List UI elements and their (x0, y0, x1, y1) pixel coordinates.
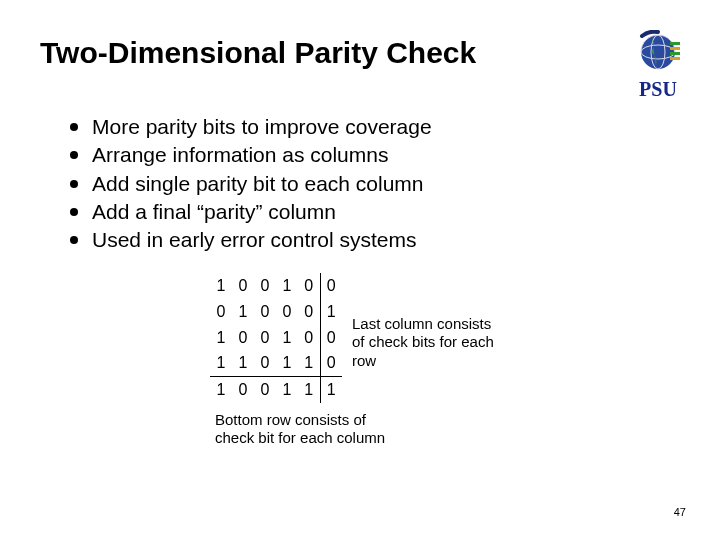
cell: 0 (320, 273, 342, 299)
matrix-area: 1 0 0 1 0 0 0 1 0 0 0 1 1 0 0 1 0 0 (210, 273, 680, 403)
cell: 1 (298, 351, 320, 377)
bullet-list: More parity bits to improve coverage Arr… (70, 113, 680, 255)
svg-rect-5 (670, 52, 680, 55)
bottom-note: Bottom row consists of check bit for eac… (215, 411, 415, 449)
psu-label: PSU (639, 78, 677, 101)
cell: 1 (276, 273, 298, 299)
cell: 0 (232, 377, 254, 403)
cell: 0 (320, 351, 342, 377)
bottom-note-line: Bottom row consists of (215, 411, 366, 428)
side-note: Last column consists of check bits for e… (352, 315, 527, 371)
list-item: Arrange information as columns (70, 141, 680, 169)
cell: 1 (298, 377, 320, 403)
cell: 0 (298, 325, 320, 351)
cell: 0 (320, 325, 342, 351)
cell: 1 (276, 325, 298, 351)
bottom-note-line: check bit for each column (215, 429, 385, 446)
cell: 0 (254, 325, 276, 351)
cell: 0 (276, 299, 298, 325)
cell: 1 (210, 377, 232, 403)
side-note-line: Last column consists (352, 315, 491, 332)
cell: 0 (298, 299, 320, 325)
list-item: Used in early error control systems (70, 226, 680, 254)
side-note-line: row (352, 352, 376, 369)
list-item: Add single parity bit to each column (70, 170, 680, 198)
cell: 1 (232, 351, 254, 377)
cell: 0 (232, 273, 254, 299)
table-row: 1 0 0 1 0 0 (210, 273, 342, 299)
cell: 1 (276, 351, 298, 377)
cell: 1 (276, 377, 298, 403)
svg-rect-4 (670, 47, 680, 50)
svg-rect-6 (670, 57, 680, 60)
cell: 0 (232, 325, 254, 351)
cell: 0 (210, 299, 232, 325)
cell: 1 (210, 273, 232, 299)
cell: 0 (254, 299, 276, 325)
cell: 0 (298, 273, 320, 299)
table-row: 0 1 0 0 0 1 (210, 299, 342, 325)
parity-matrix: 1 0 0 1 0 0 0 1 0 0 0 1 1 0 0 1 0 0 (210, 273, 342, 403)
side-note-line: of check bits for each (352, 333, 494, 350)
cell: 1 (210, 325, 232, 351)
logo-block: PSU (636, 30, 680, 101)
cell: 0 (254, 351, 276, 377)
cell: 1 (210, 351, 232, 377)
cell: 1 (232, 299, 254, 325)
table-row: 1 0 0 1 1 1 (210, 377, 342, 403)
cell: 1 (320, 377, 342, 403)
cell: 0 (254, 377, 276, 403)
list-item: More parity bits to improve coverage (70, 113, 680, 141)
cell: 1 (320, 299, 342, 325)
page-number: 47 (674, 506, 686, 518)
header: Two-Dimensional Parity Check PSU (40, 36, 680, 101)
svg-rect-3 (670, 42, 680, 45)
table-row: 1 0 0 1 0 0 (210, 325, 342, 351)
list-item: Add a final “parity” column (70, 198, 680, 226)
slide: Two-Dimensional Parity Check PSU More pa… (0, 0, 720, 468)
page-title: Two-Dimensional Parity Check (40, 36, 476, 70)
table-row: 1 1 0 1 1 0 (210, 351, 342, 377)
cell: 0 (254, 273, 276, 299)
globe-icon (636, 30, 680, 74)
